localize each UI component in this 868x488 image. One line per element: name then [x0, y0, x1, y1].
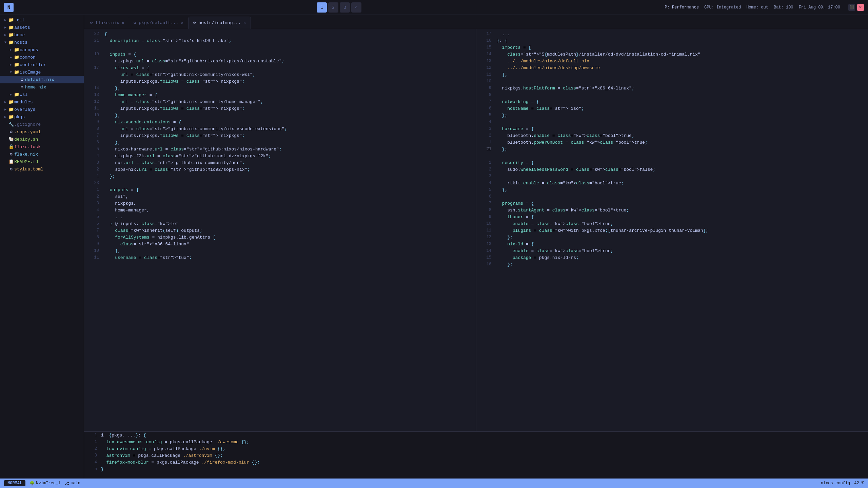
tree-item-canopus[interactable]: ▶ 📁 canopus — [0, 46, 84, 54]
tree-arrow: ▼ — [3, 41, 8, 44]
project-name: nixos-config — [821, 481, 850, 486]
code-content: thunar = { — [497, 215, 534, 220]
tab-pkgs-default[interactable]: ⚙ pkgs/default... ✕ — [129, 17, 188, 29]
code-line: 6 — [476, 193, 868, 200]
workspace-2[interactable]: 2 — [328, 2, 338, 13]
line-number: 3 — [479, 126, 491, 131]
tree-item-overlays[interactable]: ▶ 📁 overlays — [0, 106, 84, 113]
workspace-1[interactable]: 1 — [317, 2, 327, 13]
line-number: 2 — [87, 194, 99, 199]
code-line: 4 — [476, 119, 868, 125]
line-number: 16 — [479, 262, 491, 267]
tree-item-isoimage[interactable]: ▼ 📁 isoImage — [0, 68, 84, 76]
bottom-pane: 1 1 {pkgs, ...}: { 1 tux-awesome-wm-conf… — [84, 431, 868, 479]
workspace-4[interactable]: 4 — [351, 2, 361, 13]
code-line: 19 inputs = { — [84, 51, 476, 58]
tree-item--sops-yaml[interactable]: ⚙ .sops.yaml — [0, 128, 84, 136]
line-number: 5 — [87, 215, 99, 219]
tree-item-stylua-toml[interactable]: ⚙ stylua.toml — [0, 165, 84, 173]
code-content: }: { — [497, 38, 507, 43]
line-number: 2 — [479, 167, 491, 172]
line-number: 5 — [479, 187, 491, 192]
tree-item-flake-nix[interactable]: ⚙ flake.nix — [0, 150, 84, 158]
tree-item-label: modules — [14, 100, 33, 105]
workspace-3[interactable]: 3 — [340, 2, 350, 13]
tree-item-flake-lock[interactable]: 🔒 flake.lock — [0, 143, 84, 150]
code-line: 3 — [476, 173, 868, 180]
line-number: 21 — [87, 38, 99, 43]
tree-item--gitignore[interactable]: 🔧 .gitignore — [0, 121, 84, 128]
tree-label: NvimTree_1 — [36, 481, 60, 486]
tree-item-icon: 📋 — [8, 159, 14, 164]
tree-item-home-nix[interactable]: ⚙ home.nix — [0, 83, 84, 91]
tab-flake-nix[interactable]: ⚙ flake.nix ✕ — [85, 17, 129, 29]
left-editor-scroll[interactable]: 22 { 21 description = class="str">"tux's… — [84, 29, 476, 431]
code-line: 12 url = class="str">"github:nix-communi… — [84, 98, 476, 105]
code-content: ... — [497, 32, 510, 37]
line-number: 22 — [87, 32, 99, 36]
line-number: 3 — [87, 201, 99, 206]
code-line: inputs.nixpkgs.follows = class="str">"ni… — [84, 78, 476, 85]
tree-item-modules[interactable]: ▶ 📁 modules — [0, 98, 84, 106]
tree-item-default-nix[interactable]: ⚙ default.nix — [0, 76, 84, 83]
tree-arrow: ▶ — [3, 18, 8, 22]
line-number: 16 — [479, 38, 491, 43]
tree-arrow: ▶ — [8, 63, 14, 67]
line-number: 1 — [479, 160, 491, 165]
tree-item-deploy-sh[interactable]: 🐚 deploy.sh — [0, 136, 84, 143]
code-line: 2 sops-nix.url = class="str">"github:Mic… — [84, 166, 476, 173]
code-line: 6 }; — [84, 139, 476, 146]
tab-close-pkgs[interactable]: ✕ — [181, 21, 183, 25]
branch-name: main — [71, 481, 80, 486]
code-line: 14 }; — [84, 85, 476, 92]
code-line: 3 hardware = { — [476, 125, 868, 132]
code-line: 13 home-manager = { — [84, 92, 476, 98]
tree-item-readme-md[interactable]: 📋 README.md — [0, 158, 84, 165]
tree-item-icon: 📁 — [8, 99, 14, 105]
code-line: 15 package = pkgs.nix-ld-rs; — [476, 254, 868, 261]
tab-close-flake[interactable]: ✕ — [122, 21, 124, 25]
tree-item-label: common — [20, 55, 36, 60]
tree-item-pkgs[interactable]: ▶ 📁 pkgs — [0, 113, 84, 121]
code-content: } @ inputs: class="kw">let — [104, 221, 178, 226]
line-number: 9 — [87, 242, 99, 246]
tree-item-label: controller — [20, 62, 46, 67]
tab-close-hosts[interactable]: ✕ — [243, 21, 246, 25]
tree-item-common[interactable]: ▶ 📁 common — [0, 54, 84, 61]
tree-item-assets[interactable]: ▶ 📁 assets — [0, 24, 84, 31]
toggle-button[interactable]: ⬛ — [848, 4, 855, 11]
tab-hosts-isoimage[interactable]: ⚙ hosts/isoImag... ✕ — [188, 17, 251, 29]
tree-item-hosts[interactable]: ▼ 📁 hosts — [0, 39, 84, 46]
close-button[interactable]: ✕ — [857, 4, 864, 11]
code-line: 10 }; — [84, 112, 476, 119]
tree-item-label: wsl — [20, 92, 27, 97]
code-content: ]; — [104, 248, 120, 253]
tree-item-label: assets — [14, 25, 30, 30]
line-number: 17 — [87, 65, 99, 70]
tree-item--git[interactable]: ▶ 📁 .git — [0, 16, 84, 24]
tree-arrow: ▶ — [8, 48, 14, 52]
line-number: 14 — [479, 248, 491, 253]
code-line: 10 — [476, 78, 868, 85]
code-line: 14 class="str">"${modulesPath}/installer… — [476, 51, 868, 58]
code-content: programs = { — [497, 201, 534, 206]
code-line: 8 — [476, 92, 868, 98]
code-line: 8 ssh.startAgent = class="kw">class="boo… — [476, 207, 868, 214]
right-editor-scroll[interactable]: 17 ... 16 }: { 15 imports = [ 14 class="… — [476, 29, 868, 431]
line-number: 11 — [87, 106, 99, 111]
datetime: Fri Aug 09, 17:00 — [799, 5, 840, 10]
performance-label: P: Performance — [665, 5, 699, 10]
tree-item-home[interactable]: ▶ 📁 home — [0, 31, 84, 39]
code-line: 15 imports = [ — [476, 44, 868, 51]
tree-item-label: flake.nix — [14, 152, 38, 157]
code-line: 9 nixpkgs.hostPlatform = class="str">"x8… — [476, 85, 868, 92]
code-line: 6 hostName = class="str">"iso"; — [476, 105, 868, 112]
code-line: 1 outputs = { — [84, 186, 476, 193]
git-branch: ⎇ main — [64, 481, 80, 486]
line-number: 7 — [479, 99, 491, 104]
tree-item-wsl[interactable]: ▶ 📁 wsl — [0, 91, 84, 98]
line-number: 15 — [479, 255, 491, 260]
code-line: 9 thunar = { — [476, 214, 868, 220]
tree-item-controller[interactable]: ▶ 📁 controller — [0, 61, 84, 68]
code-content: inputs.nixpkgs.follows = class="str">"ni… — [104, 133, 242, 138]
